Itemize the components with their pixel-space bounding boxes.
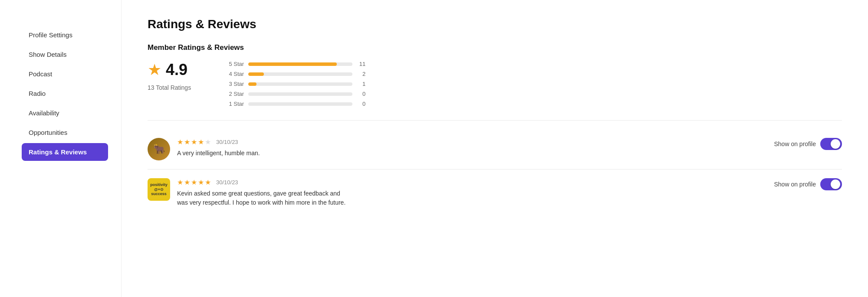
bar-count: 0 bbox=[357, 91, 365, 97]
show-on-profile-label: Show on profile bbox=[774, 140, 816, 147]
rating-summary: ★ 4.9 13 Total Ratings 5 Star114 Star23 … bbox=[148, 61, 842, 107]
review-date: 30/10/23 bbox=[216, 139, 238, 145]
section-title: Member Ratings & Reviews bbox=[148, 43, 842, 52]
bar-track bbox=[248, 92, 352, 96]
review-text: A very intelligent, humble man. bbox=[177, 149, 767, 158]
star-bar-row-1: 5 Star11 bbox=[226, 61, 373, 67]
star-bar-row-2: 4 Star2 bbox=[226, 71, 373, 77]
page-title: Ratings & Reviews bbox=[148, 17, 842, 31]
reviews-container: 🐂★★★★★30/10/23A very intelligent, humble… bbox=[148, 129, 842, 216]
star-bar-label: 2 Star bbox=[226, 91, 244, 97]
bar-track bbox=[248, 102, 352, 106]
review-item-1: 🐂★★★★★30/10/23A very intelligent, humble… bbox=[148, 129, 842, 169]
stars-row: ★★★★★ bbox=[177, 178, 211, 186]
bar-track bbox=[248, 82, 352, 86]
rating-score: 4.9 bbox=[166, 61, 187, 79]
stars-row: ★★★★★ bbox=[177, 138, 211, 146]
review-meta: ★★★★★30/10/23 bbox=[177, 138, 767, 146]
star-filled-icon: ★ bbox=[177, 138, 183, 146]
review-content: ★★★★★30/10/23Kevin asked some great ques… bbox=[177, 178, 767, 207]
bar-fill bbox=[248, 62, 337, 66]
star-empty-icon: ★ bbox=[205, 138, 211, 146]
big-star-icon: ★ bbox=[148, 62, 161, 78]
sidebar: Profile SettingsShow DetailsPodcastRadio… bbox=[0, 0, 122, 297]
star-bar-row-5: 1 Star0 bbox=[226, 101, 373, 107]
show-on-profile: Show on profile bbox=[774, 138, 842, 150]
star-bar-label: 1 Star bbox=[226, 101, 244, 107]
sidebar-item-show-details[interactable]: Show Details bbox=[22, 46, 108, 63]
star-filled-icon: ★ bbox=[184, 178, 190, 186]
toggle-knob bbox=[831, 180, 840, 189]
review-date: 30/10/23 bbox=[216, 179, 238, 186]
star-bar-row-3: 3 Star1 bbox=[226, 81, 373, 87]
review-content: ★★★★★30/10/23A very intelligent, humble … bbox=[177, 138, 767, 158]
star-filled-icon: ★ bbox=[198, 138, 204, 146]
sidebar-item-profile-settings[interactable]: Profile Settings bbox=[22, 26, 108, 44]
star-filled-icon: ★ bbox=[205, 178, 211, 186]
divider-1 bbox=[148, 120, 842, 121]
star-bar-label: 5 Star bbox=[226, 61, 244, 67]
star-bar-label: 4 Star bbox=[226, 71, 244, 77]
avatar-circle: 🐂 bbox=[148, 138, 170, 160]
sidebar-item-opportunities[interactable]: Opportunities bbox=[22, 124, 108, 141]
star-bar-row-4: 2 Star0 bbox=[226, 91, 373, 97]
avatar-square: positivity@+⊙success bbox=[148, 178, 170, 201]
sidebar-item-radio[interactable]: Radio bbox=[22, 85, 108, 102]
show-on-profile-label: Show on profile bbox=[774, 181, 816, 188]
star-bars: 5 Star114 Star23 Star12 Star01 Star0 bbox=[226, 61, 373, 107]
toggle-knob bbox=[831, 139, 840, 149]
bar-count: 2 bbox=[357, 71, 365, 77]
star-filled-icon: ★ bbox=[198, 178, 204, 186]
sidebar-item-ratings-and-reviews[interactable]: Ratings & Reviews bbox=[22, 143, 108, 161]
star-filled-icon: ★ bbox=[184, 138, 190, 146]
rating-score-row: ★ 4.9 bbox=[148, 61, 187, 79]
bar-count: 0 bbox=[357, 101, 365, 107]
bar-fill bbox=[248, 72, 264, 76]
review-item-2: positivity@+⊙success★★★★★30/10/23Kevin a… bbox=[148, 169, 842, 216]
total-ratings: 13 Total Ratings bbox=[148, 84, 191, 91]
star-filled-icon: ★ bbox=[191, 138, 197, 146]
show-on-profile-toggle[interactable] bbox=[820, 178, 842, 190]
sidebar-item-podcast[interactable]: Podcast bbox=[22, 65, 108, 83]
star-bar-label: 3 Star bbox=[226, 81, 244, 87]
bar-count: 1 bbox=[357, 81, 365, 87]
bar-fill bbox=[248, 82, 256, 86]
bar-track bbox=[248, 62, 352, 66]
star-filled-icon: ★ bbox=[177, 178, 183, 186]
star-filled-icon: ★ bbox=[191, 178, 197, 186]
sidebar-item-availability[interactable]: Availability bbox=[22, 104, 108, 122]
bar-track bbox=[248, 72, 352, 76]
review-text: Kevin asked some great questions, gave g… bbox=[177, 189, 767, 207]
review-meta: ★★★★★30/10/23 bbox=[177, 178, 767, 186]
rating-left: ★ 4.9 13 Total Ratings bbox=[148, 61, 191, 91]
main-content: Ratings & Reviews Member Ratings & Revie… bbox=[122, 0, 868, 297]
show-on-profile: Show on profile bbox=[774, 178, 842, 190]
show-on-profile-toggle[interactable] bbox=[820, 138, 842, 150]
bar-count: 11 bbox=[357, 61, 365, 67]
